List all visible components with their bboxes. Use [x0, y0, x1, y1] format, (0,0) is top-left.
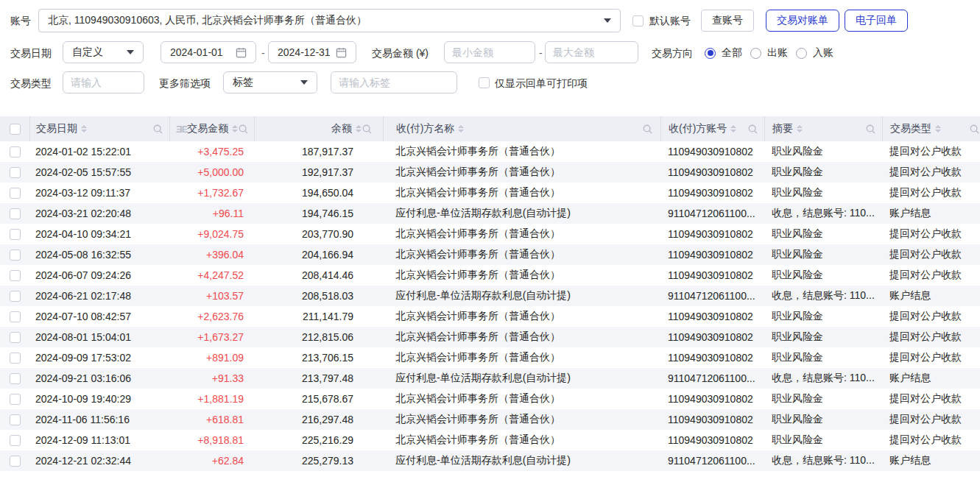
- row-checkbox-cell: [0, 183, 29, 203]
- search-icon[interactable]: [747, 124, 758, 135]
- table-row[interactable]: 2024-12-09 11:13:01 +8,918.81 225,216.29…: [0, 430, 980, 450]
- row-checkbox[interactable]: [10, 414, 21, 425]
- cell-summary: 职业风险金: [764, 141, 882, 162]
- row-checkbox[interactable]: [10, 208, 21, 219]
- cell-amount: +62.84: [169, 450, 254, 471]
- table-row[interactable]: 2024-07-10 08:42:57 +2,623.76 211,141.79…: [0, 306, 980, 327]
- table-row[interactable]: 2024-02-05 15:57:55 +5,000.00 192,917.37…: [0, 162, 980, 183]
- row-checkbox-cell: [0, 244, 29, 265]
- row-checkbox[interactable]: [10, 291, 21, 302]
- row-checkbox[interactable]: [10, 332, 21, 343]
- cell-summary: 职业风险金: [764, 430, 882, 450]
- row-checkbox-cell: [0, 224, 29, 244]
- cell-payee-name: 应付利息-单位活期存款利息(自动计提): [383, 450, 660, 471]
- row-checkbox[interactable]: [10, 188, 21, 199]
- chevron-down-icon: [604, 18, 611, 23]
- table-row[interactable]: 2024-08-01 15:04:01 +1,673.27 212,815.06…: [0, 327, 980, 347]
- direction-radio-all[interactable]: 全部: [705, 46, 742, 60]
- end-date-input[interactable]: 2024-12-31: [268, 41, 356, 63]
- cell-date: 2024-01-02 15:22:01: [29, 141, 169, 162]
- cell-balance: 208,518.03: [254, 286, 383, 306]
- e-receipt-button[interactable]: 电子回单: [845, 10, 908, 32]
- cell-amount: +8,918.81: [169, 430, 254, 450]
- sort-icon[interactable]: [458, 125, 464, 132]
- min-amount-input[interactable]: [444, 41, 535, 63]
- statement-button[interactable]: 交易对账单: [766, 10, 839, 32]
- table-row[interactable]: 2024-06-07 09:24:26 +4,247.52 208,414.46…: [0, 265, 980, 286]
- search-icon[interactable]: [642, 124, 653, 135]
- col-header-balance-cell: 余额: [254, 116, 383, 141]
- search-icon[interactable]: [865, 124, 876, 135]
- column-control-icon[interactable]: ƎE: [176, 124, 187, 135]
- cell-amount: +1,732.67: [169, 183, 254, 203]
- table-row[interactable]: 2024-01-02 15:22:01 +3,475.25 187,917.37…: [0, 141, 980, 162]
- col-header-payee-account-cell: 收(付)方账号: [660, 116, 764, 141]
- col-header-date[interactable]: 交易日期: [36, 122, 77, 135]
- table-row[interactable]: 2024-03-12 09:11:37 +1,732.67 194,650.04…: [0, 183, 980, 203]
- table-row[interactable]: 2024-09-21 03:16:06 +91.33 213,797.48 应付…: [0, 368, 980, 389]
- sort-icon[interactable]: [797, 125, 803, 132]
- row-checkbox[interactable]: [10, 146, 21, 158]
- cell-type: 提回对公户收款: [882, 306, 980, 327]
- direction-radio-out[interactable]: 出账: [750, 46, 788, 60]
- cell-payee-account: 110949030910802: [660, 244, 764, 265]
- table-row[interactable]: 2024-09-09 17:53:02 +891.09 213,706.15 北…: [0, 347, 980, 368]
- col-header-amount[interactable]: 交易金额: [187, 122, 228, 135]
- sort-icon[interactable]: [356, 125, 362, 132]
- cell-summary: 收息，结息账号: 110...: [764, 286, 882, 306]
- row-checkbox[interactable]: [10, 250, 21, 261]
- col-header-summary[interactable]: 摘要: [772, 122, 793, 135]
- table-row[interactable]: 2024-03-21 02:20:48 +96.11 194,746.15 应付…: [0, 203, 980, 224]
- row-checkbox[interactable]: [10, 270, 21, 281]
- tag-select[interactable]: 标签: [223, 71, 317, 93]
- table-row[interactable]: 2024-11-06 11:56:16 +618.81 216,297.48 北…: [0, 409, 980, 430]
- search-icon[interactable]: [362, 124, 373, 135]
- cell-type: 提回对公户收款: [882, 389, 980, 409]
- sort-icon[interactable]: [935, 125, 941, 132]
- cell-payee-name: 北京兴韬会计师事务所（普通合伙）: [383, 183, 660, 203]
- row-checkbox[interactable]: [10, 435, 21, 446]
- row-checkbox-cell: [0, 203, 29, 224]
- row-checkbox[interactable]: [10, 373, 21, 384]
- row-checkbox[interactable]: [10, 394, 21, 405]
- row-checkbox[interactable]: [10, 167, 21, 178]
- cell-balance: 216,297.48: [254, 409, 383, 430]
- search-icon[interactable]: [152, 124, 163, 135]
- sort-icon[interactable]: [81, 125, 87, 132]
- col-header-balance[interactable]: 余额: [331, 122, 352, 135]
- cell-summary: 收息，结息账号: 110...: [764, 368, 882, 389]
- direction-radio-in[interactable]: 入账: [796, 46, 833, 60]
- check-account-button[interactable]: 查账号: [701, 10, 754, 32]
- table-row[interactable]: 2024-10-09 19:40:29 +1,881.19 215,678.67…: [0, 389, 980, 409]
- table-row[interactable]: 2024-12-21 02:32:44 +62.84 225,279.13 应付…: [0, 450, 980, 471]
- row-checkbox[interactable]: [10, 353, 21, 364]
- search-icon[interactable]: [238, 124, 249, 135]
- row-checkbox[interactable]: [10, 311, 21, 322]
- search-icon[interactable]: [969, 124, 980, 135]
- cell-payee-account: 110949030910802: [660, 265, 764, 286]
- date-preset-select[interactable]: 自定义: [63, 41, 144, 63]
- sort-icon[interactable]: [232, 125, 238, 132]
- cell-payee-account: 110949030910802: [660, 327, 764, 347]
- max-amount-input[interactable]: [545, 41, 638, 63]
- col-header-payee-name[interactable]: 收(付)方名称: [396, 122, 454, 135]
- table-row[interactable]: 2024-05-08 16:32:55 +396.04 204,166.94 北…: [0, 244, 980, 265]
- table-row[interactable]: 2024-06-21 02:17:48 +103.57 208,518.03 应…: [0, 286, 980, 306]
- row-checkbox[interactable]: [10, 229, 21, 240]
- row-checkbox[interactable]: [10, 456, 21, 467]
- type-input[interactable]: [63, 71, 144, 93]
- cell-date: 2024-05-08 16:32:55: [29, 244, 169, 265]
- col-header-payee-account[interactable]: 收(付)方账号: [669, 122, 727, 135]
- cell-balance: 194,650.04: [254, 183, 383, 203]
- col-header-amount-cell: ƎE 交易金额: [169, 116, 254, 141]
- select-all-checkbox[interactable]: [10, 124, 21, 135]
- start-date-input[interactable]: 2024-01-01: [161, 41, 256, 63]
- table-row[interactable]: 2024-04-10 09:34:21 +9,024.75 203,770.90…: [0, 224, 980, 244]
- default-account-checkbox[interactable]: [632, 15, 644, 26]
- account-select[interactable]: 北京, 110949030910603, 人民币, 北京兴韬会计师事务所（普通合…: [38, 9, 621, 32]
- tag-input[interactable]: [331, 71, 457, 93]
- cell-date: 2024-06-07 09:24:26: [29, 265, 169, 286]
- sort-icon[interactable]: [730, 125, 736, 132]
- col-header-type[interactable]: 交易类型: [890, 122, 931, 135]
- receipt-only-checkbox[interactable]: [479, 77, 490, 88]
